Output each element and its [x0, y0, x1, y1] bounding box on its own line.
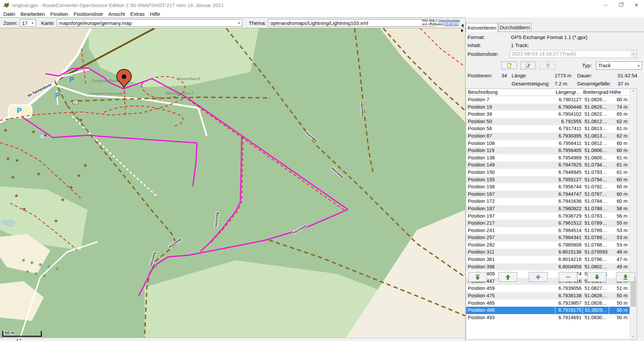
table-row[interactable]: Position 1506.794894551.0793…61 m — [466, 169, 630, 176]
table-scrollbar[interactable]: ⌃ ⌄ — [630, 89, 637, 339]
table-row[interactable]: Position 506.79155551.0812…62 m — [466, 118, 630, 125]
table-row[interactable]: Position 396.790410251.0822…65 m — [466, 111, 630, 118]
table-cell: Position 138 — [466, 154, 555, 162]
table-row[interactable]: Position 1496.794762551.0794…61 m — [466, 161, 630, 169]
scroll-down-button[interactable]: ⌄ — [630, 333, 637, 339]
minimize-button[interactable] — [598, 0, 613, 10]
ccbysa-link[interactable]: CC-BY-SA — [444, 23, 458, 26]
minus-icon — [565, 274, 571, 280]
table-row[interactable]: Position 4936.791469151.0830…50 m — [466, 314, 630, 321]
table-row[interactable]: Position 1556.795512751.0794…60 m — [466, 176, 630, 184]
table-row[interactable]: Position 4856.791985751.0826…50 m — [466, 300, 630, 307]
plus-icon — [535, 274, 541, 280]
table-row[interactable]: Position 4886.791917551.0829…50 m — [466, 307, 630, 314]
format-label: Format: — [468, 34, 485, 40]
openstreetmap-link[interactable]: OpenStreetMap — [438, 19, 460, 22]
table-cell: 6.7956405 — [555, 147, 582, 154]
table-row[interactable]: Position 1196.795640551.0806…60 m — [466, 147, 630, 154]
move-up-button[interactable] — [498, 272, 517, 282]
table-row[interactable]: Position 1676.794474751.0787…60 m — [466, 191, 630, 198]
move-bottom-button[interactable] — [616, 272, 635, 282]
table-row[interactable]: Position 3616.801421851.0796…47 m — [466, 256, 630, 263]
table-cell: 6.7944747 — [555, 191, 582, 198]
map-column: Zoom: 17 ▾ Karte: mapsforge/europe/germa… — [0, 17, 465, 341]
table-row[interactable]: Position 4596.793905651.0827…51 m — [466, 285, 630, 292]
table-row[interactable]: Position 76.790112751.0826…80 m — [466, 96, 630, 104]
close-button[interactable]: ✕ — [629, 0, 644, 10]
menu-datei[interactable]: Datei — [1, 10, 18, 17]
menu-ansicht[interactable]: Ansicht — [106, 10, 128, 17]
scroll-up-button[interactable]: ⌃ — [630, 89, 637, 95]
new-positionlist-button[interactable] — [501, 62, 517, 69]
table-cell: 51 m — [609, 285, 630, 292]
zoom-select[interactable]: 17 ▾ — [20, 19, 36, 27]
table-row[interactable]: Position 3116.801513651.07959348 m — [466, 249, 630, 256]
table-row[interactable]: Position 3966.800495851.0802…49 m — [466, 263, 630, 271]
table-cell: 51.0813… — [582, 132, 609, 140]
table-cell: 80 m — [609, 96, 630, 104]
table-row[interactable]: Position 1086.795641151.0812…60 m — [466, 140, 630, 147]
table-cell: 51.0806… — [582, 147, 609, 154]
table-cell: Position 19 — [466, 104, 555, 111]
table-cell: 6.7955127 — [555, 176, 582, 184]
positions-table-body: Position 76.790112751.0826…80 mPosition … — [466, 96, 630, 322]
header-breitengrad[interactable]: Breitengrad — [582, 89, 609, 96]
tab-konvertieren[interactable]: Konvertieren — [466, 23, 498, 32]
add-position-button[interactable] — [529, 272, 548, 282]
remove-position-button[interactable] — [559, 272, 577, 282]
chevron-down-icon: ⌄ — [632, 334, 635, 338]
table-cell: 6.7954989 — [555, 154, 582, 162]
menu-positionsliste[interactable]: Positionsliste — [71, 10, 106, 17]
table-row[interactable]: Position 1876.796092251.0788…58 m — [466, 205, 630, 213]
table-cell: 50 m — [609, 314, 630, 321]
rename-positionlist-button[interactable] — [520, 62, 536, 69]
header-hoehe[interactable]: Höhe — [609, 89, 630, 96]
table-row[interactable]: Position 2826.798580851.0788…53 m — [466, 241, 630, 249]
panel-splitter[interactable] — [461, 24, 465, 32]
table-cell: 49 m — [609, 263, 630, 271]
typ-select[interactable]: Track ▾ — [596, 62, 642, 70]
table-row[interactable]: Position 1586.795674451.0792…60 m — [466, 183, 630, 191]
table-row[interactable]: Position 1386.795498951.0805…61 m — [466, 154, 630, 162]
table-row[interactable]: Position 1976.793872951.0783…56 m — [466, 213, 630, 220]
menu-extras[interactable]: Extras — [128, 10, 148, 17]
bottom-splitter[interactable]: ▲▼ — [0, 338, 465, 341]
menu-bar: Datei Bearbeiten Position Positionsliste… — [0, 10, 644, 17]
table-cell: Position 241 — [466, 227, 555, 234]
table-row[interactable]: Position 2416.798451451.0789…53 m — [466, 227, 630, 234]
move-down-button[interactable] — [588, 272, 606, 282]
positions-table-header: Beschreibung Längengr… Breitengrad Höhe — [466, 89, 630, 96]
table-row[interactable]: Position 196.790044651.0825…74 m — [466, 104, 630, 111]
table-cell: 51.0789… — [582, 234, 609, 241]
arrow-top-icon — [475, 274, 481, 280]
positionsliste-select[interactable]: 2021-06-03 14:16:27 (Track) ▾ — [510, 50, 637, 58]
restore-button[interactable] — [613, 0, 629, 10]
table-cell: 6.7930395 — [555, 132, 582, 140]
table-row[interactable]: Position 566.791741151.0813…61 m — [466, 125, 630, 132]
table-row[interactable]: Position 1726.794163651.0784…60 m — [466, 198, 630, 205]
menu-bearbeiten[interactable]: Bearbeiten — [18, 10, 48, 17]
table-row[interactable]: Position 4756.793813851.0828…50 m — [466, 292, 630, 300]
new-document-icon — [507, 63, 512, 68]
karte-select[interactable]: mapsforge/europe/germany.map ▾ — [57, 19, 242, 27]
header-laengengrad[interactable]: Längengr… — [555, 89, 582, 96]
menu-hilfe[interactable]: Hilfe — [147, 10, 163, 17]
table-cell: 6.7917411 — [555, 125, 582, 132]
table-cell: 6.7938138 — [555, 292, 582, 300]
table-cell: 6.7984514 — [555, 227, 582, 234]
tab-durchstoebern[interactable]: Durchstöbern — [498, 23, 531, 32]
header-beschreibung[interactable]: Beschreibung — [466, 89, 555, 96]
menu-position[interactable]: Position — [48, 10, 71, 17]
table-row[interactable]: Position 2176.796151251.0789…55 m — [466, 220, 630, 227]
gesamtsteigung-label: Gesamtsteigung: — [512, 81, 550, 86]
table-cell: 6.7947625 — [555, 161, 582, 169]
table-row[interactable]: Position 876.793039551.0813…62 m — [466, 132, 630, 140]
table-row[interactable]: Position 2576.798434151.0789…53 m — [466, 234, 630, 241]
move-top-button[interactable] — [468, 272, 487, 282]
dauer-label: Dauer: — [577, 73, 592, 78]
star-symbol: ★ — [54, 218, 58, 224]
parking-icon: P — [69, 75, 74, 84]
delete-positionlist-button[interactable] — [540, 62, 556, 69]
thema-select[interactable]: openandromaps/Lightning/Lightning103.xml… — [268, 19, 434, 27]
map-view[interactable]: ★ ★ ★ ★ ★ ★ ★ ★ ★ ★ ★ ★ ★ ★ ★ — [0, 28, 465, 338]
